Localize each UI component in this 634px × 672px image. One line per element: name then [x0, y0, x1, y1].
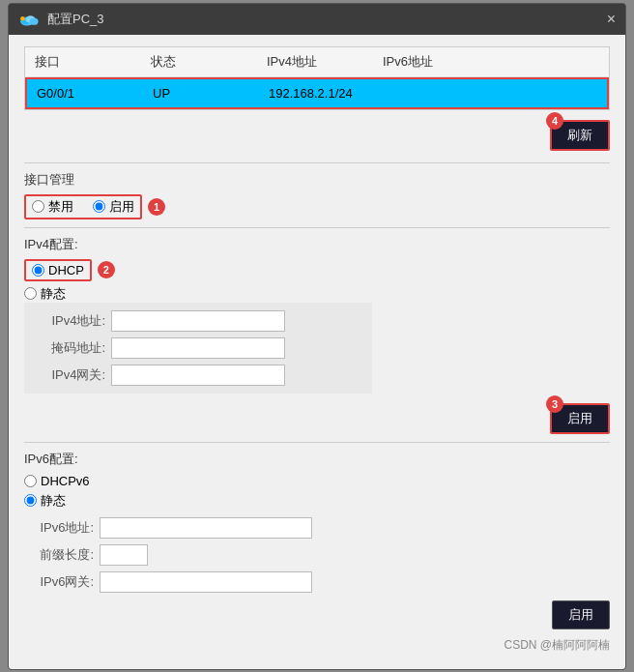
ipv4-addr-row: IPv4地址: — [36, 310, 360, 332]
interface-mgmt-label: 接口管理 — [24, 171, 610, 189]
ipv4-section: IPv4配置: DHCP 2 静态 IPv4地址: — [24, 236, 610, 394]
interface-enable-box: 禁用 启用 — [24, 194, 142, 219]
ipv4-dhcp-box: DHCP — [24, 259, 92, 281]
main-window: 配置PC_3 × 接口 状态 IPv4地址 IPv6地址 G0/0/1 UP 1… — [8, 3, 626, 670]
prefix-input[interactable] — [100, 544, 148, 566]
ipv6-gateway-row: IPv6网关: — [24, 571, 411, 593]
refresh-area: 刷新 4 — [24, 120, 610, 151]
prefix-label: 前缀长度: — [24, 546, 94, 564]
radio-disable[interactable]: 禁用 — [32, 198, 73, 216]
radio-ipv6-static-label: 静态 — [41, 492, 66, 510]
col-ipv4: IPv4地址 — [267, 53, 344, 71]
ipv4-static-row: 静态 — [24, 285, 610, 303]
titlebar-left: 配置PC_3 — [18, 11, 104, 28]
radio-disable-input[interactable] — [32, 200, 44, 213]
radio-ipv6-static[interactable]: 静态 — [24, 492, 610, 510]
row-status: UP — [153, 86, 230, 101]
interface-mgmt-badge: 1 — [148, 198, 165, 216]
col-ipv6: IPv6地址 — [383, 53, 460, 71]
gateway-input[interactable] — [111, 365, 285, 386]
ipv6-radio-group: DHCPv6 静态 — [24, 474, 610, 510]
radio-dhcp-input[interactable] — [32, 264, 44, 277]
mask-label: 掩码地址: — [36, 339, 105, 357]
radio-static-label: 静态 — [41, 285, 66, 303]
ipv4-dhcp-badge: 2 — [98, 261, 115, 278]
svg-point-4 — [20, 16, 24, 20]
radio-disable-label: 禁用 — [48, 198, 73, 216]
row-ipv4: 192.168.2.1/24 — [269, 86, 353, 101]
ipv4-apply-badge: 3 — [546, 395, 563, 413]
ipv6-addr-input[interactable] — [100, 517, 312, 539]
ipv4-fields: IPv4地址: 掩码地址: IPv4网关: — [24, 303, 372, 394]
col-interface: 接口 — [35, 53, 112, 71]
radio-enable-label: 启用 — [109, 198, 134, 216]
ipv4-addr-label: IPv4地址: — [36, 312, 105, 330]
ipv6-gateway-input[interactable] — [100, 571, 312, 593]
ipv6-fields: IPv6地址: 前缀长度: IPv6网关: — [24, 517, 411, 593]
radio-enable[interactable]: 启用 — [93, 198, 134, 216]
interface-mgmt-row: 禁用 启用 1 — [24, 194, 610, 219]
radio-dhcp[interactable]: DHCP — [32, 263, 84, 278]
radio-enable-input[interactable] — [93, 200, 105, 213]
ipv4-config-label: IPv4配置: — [24, 236, 610, 253]
ipv6-addr-row: IPv6地址: — [24, 517, 411, 539]
radio-dhcpv6-input[interactable] — [24, 475, 37, 487]
row-ipv6 — [391, 86, 469, 101]
table-row-selected[interactable]: G0/0/1 UP 192.168.2.1/24 — [25, 77, 609, 109]
refresh-badge: 4 — [546, 112, 563, 130]
ipv6-addr-label: IPv6地址: — [24, 519, 94, 537]
divider-2 — [24, 227, 610, 228]
divider-1 — [24, 162, 610, 163]
content-area: 接口 状态 IPv4地址 IPv6地址 G0/0/1 UP 192.168.2.… — [9, 35, 625, 669]
window-title: 配置PC_3 — [47, 11, 104, 28]
ipv4-dhcp-row: DHCP 2 — [24, 259, 610, 281]
ipv6-apply-area: 启用 — [24, 600, 610, 629]
interface-mgmt-section: 接口管理 禁用 启用 1 — [24, 171, 610, 219]
row-interface: G0/0/1 — [37, 86, 114, 101]
ipv6-apply-button[interactable]: 启用 — [552, 600, 610, 629]
radio-ipv6-static-input[interactable] — [24, 494, 37, 507]
watermark: CSDN @楠阿阿阿楠 — [24, 637, 610, 654]
gateway-label: IPv4网关: — [36, 366, 105, 384]
table-header: 接口 状态 IPv4地址 IPv6地址 — [25, 47, 609, 77]
titlebar: 配置PC_3 × — [9, 4, 625, 35]
col-status: 状态 — [151, 53, 228, 71]
radio-dhcp-label: DHCP — [48, 263, 84, 278]
radio-dhcpv6[interactable]: DHCPv6 — [24, 474, 610, 488]
mask-row: 掩码地址: — [36, 337, 360, 359]
ipv6-gateway-label: IPv6网关: — [24, 573, 94, 591]
mask-input[interactable] — [111, 337, 285, 359]
interface-table: 接口 状态 IPv4地址 IPv6地址 G0/0/1 UP 192.168.2.… — [24, 46, 610, 110]
interface-radio-group: 禁用 启用 — [32, 198, 134, 216]
radio-static-input[interactable] — [24, 287, 37, 300]
gateway-row: IPv4网关: — [36, 365, 360, 386]
prefix-row: 前缀长度: — [24, 544, 411, 566]
ipv4-addr-input[interactable] — [111, 310, 285, 332]
divider-3 — [24, 442, 610, 443]
ipv4-apply-area: 启用 3 — [24, 403, 610, 434]
radio-dhcpv6-label: DHCPv6 — [41, 474, 90, 488]
ipv6-section: IPv6配置: DHCPv6 静态 IPv6地址: 前缀长度: — [24, 451, 610, 593]
ipv6-config-label: IPv6配置: — [24, 451, 610, 468]
close-button[interactable]: × — [607, 11, 616, 28]
cloud-icon — [18, 12, 40, 27]
svg-point-3 — [30, 17, 39, 24]
radio-static[interactable]: 静态 — [24, 285, 610, 303]
